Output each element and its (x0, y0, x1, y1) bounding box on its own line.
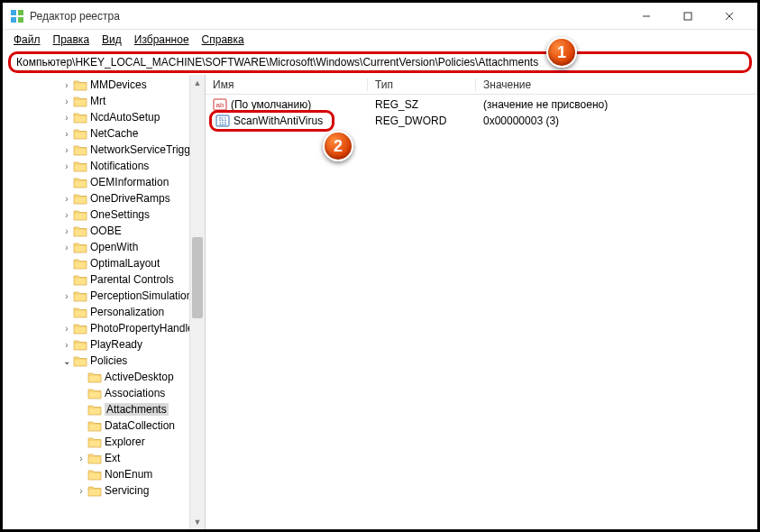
expander-icon[interactable]: › (75, 486, 87, 496)
tree-scrollbar[interactable]: ▲ ▼ (189, 75, 205, 529)
column-type[interactable]: Тип (368, 78, 476, 91)
folder-icon (73, 355, 87, 367)
tree-item-label: Mrt (90, 95, 105, 107)
svg-rect-1 (18, 10, 23, 15)
folder-icon (73, 339, 87, 351)
tree-item[interactable]: Personalization (5, 304, 205, 320)
tree-item[interactable]: OEMInformation (5, 174, 205, 190)
folder-icon (73, 128, 87, 140)
tree-item[interactable]: ›PhotoPropertyHandler (5, 320, 205, 336)
tree-item[interactable]: Attachments (5, 401, 205, 417)
tree-item[interactable]: ›OpenWith (5, 239, 205, 255)
window-title: Редактор реестра (30, 10, 120, 23)
cell-data: 0x00000003 (3) (476, 115, 757, 127)
tree-item[interactable]: ActiveDesktop (5, 369, 205, 385)
minimize-button[interactable] (626, 3, 667, 30)
menubar: Файл Правка Вид Избранное Справка (3, 30, 757, 50)
menu-help[interactable]: Справка (197, 32, 250, 47)
expander-icon[interactable]: › (60, 226, 73, 236)
folder-icon (73, 225, 87, 237)
tree-item-label: NetworkServiceTriggers (90, 143, 206, 156)
tree-item-label: Servicing (105, 484, 149, 497)
tree-item[interactable]: ›PlayReady (5, 336, 205, 353)
regedit-app-icon (10, 9, 24, 23)
tree-item-label: NcdAutoSetup (90, 111, 160, 124)
expander-icon[interactable]: › (60, 129, 73, 139)
expander-icon[interactable]: › (60, 80, 73, 90)
svg-rect-5 (684, 13, 691, 20)
close-button[interactable] (709, 3, 750, 30)
expander-icon[interactable]: › (60, 340, 73, 350)
tree-item-label: PhotoPropertyHandler (90, 322, 197, 335)
address-path: Компьютер\HKEY_LOCAL_MACHINE\SOFTWARE\Mi… (16, 56, 538, 69)
expander-icon[interactable]: › (75, 454, 87, 463)
tree-item[interactable]: ›OneSettings (5, 206, 205, 223)
folder-icon (73, 96, 87, 107)
folder-icon (73, 161, 87, 172)
tree-item-label: OneDriveRamps (90, 192, 170, 205)
tree-item[interactable]: Parental Controls (5, 271, 205, 288)
scroll-up-icon[interactable]: ▲ (190, 75, 205, 90)
scroll-down-icon[interactable]: ▼ (190, 514, 205, 529)
menu-edit[interactable]: Правка (48, 32, 96, 47)
expander-icon[interactable]: › (60, 113, 73, 123)
tree-item[interactable]: DataCollection (5, 417, 205, 434)
expander-icon[interactable]: › (60, 145, 73, 155)
svg-text:110: 110 (219, 121, 227, 126)
expander-icon[interactable]: › (60, 194, 73, 204)
tree-item-label: OptimalLayout (90, 257, 160, 270)
expander-icon[interactable]: › (60, 324, 73, 334)
tree-panel: ›MMDevices›Mrt›NcdAutoSetup›NetCache›Net… (3, 75, 206, 529)
tree-item[interactable]: ›Servicing (5, 482, 205, 499)
folder-icon (73, 274, 87, 286)
folder-icon (73, 193, 87, 205)
column-name[interactable]: Имя (206, 78, 368, 91)
tree-item[interactable]: ›Mrt (5, 93, 205, 109)
value-name: ScanWithAntiVirus (233, 115, 323, 127)
tree-item-label: Explorer (105, 436, 145, 448)
menu-favorites[interactable]: Избранное (129, 32, 195, 47)
expander-icon[interactable]: › (60, 161, 73, 171)
expander-icon[interactable]: › (60, 243, 73, 252)
address-bar[interactable]: Компьютер\HKEY_LOCAL_MACHINE\SOFTWARE\Mi… (8, 51, 752, 73)
tree-item-label: Notifications (90, 160, 149, 172)
scroll-thumb[interactable] (192, 237, 203, 318)
svg-rect-0 (11, 10, 16, 15)
list-header: Имя Тип Значение (206, 75, 757, 95)
tree-item[interactable]: ›PerceptionSimulationExtensions (5, 288, 205, 304)
tree-item[interactable]: ⌄Policies (5, 353, 205, 369)
folder-icon (87, 485, 102, 497)
tree-item[interactable]: ›NetworkServiceTriggers (5, 142, 205, 158)
list-row[interactable]: 011110ScanWithAntiVirusREG_DWORD0x000000… (206, 113, 757, 129)
tree-item[interactable]: ›OneDriveRamps (5, 190, 205, 206)
folder-icon (73, 242, 87, 253)
tree-item[interactable]: Associations (5, 385, 205, 401)
expander-icon[interactable]: › (60, 291, 73, 301)
tree-item-label: MMDevices (90, 78, 147, 91)
tree-item[interactable]: ›Ext (5, 450, 205, 466)
svg-rect-3 (18, 17, 23, 23)
tree-item[interactable]: ›NcdAutoSetup (5, 109, 205, 125)
folder-icon (73, 79, 87, 91)
expander-icon[interactable]: › (60, 96, 73, 106)
tree-item-label: OOBE (90, 225, 122, 237)
tree-item[interactable]: ›OOBE (5, 223, 205, 239)
titlebar: Редактор реестра (3, 3, 757, 30)
tree-item[interactable]: ›MMDevices (5, 77, 205, 93)
maximize-button[interactable] (667, 3, 709, 30)
folder-icon (87, 453, 102, 464)
reg-value-icon: 011110 (215, 114, 230, 128)
tree-item-label: Parental Controls (90, 273, 174, 286)
tree-item[interactable]: ›NetCache (5, 125, 205, 142)
tree-item[interactable]: NonEnum (5, 466, 205, 482)
tree-item[interactable]: ›Notifications (5, 158, 205, 174)
menu-view[interactable]: Вид (96, 32, 127, 47)
tree-item[interactable]: OptimalLayout (5, 255, 205, 271)
tree-item[interactable]: Explorer (5, 434, 205, 450)
cell-type: REG_SZ (368, 98, 476, 111)
column-data[interactable]: Значение (476, 78, 757, 91)
list-panel: Имя Тип Значение ab(По умолчанию)REG_SZ(… (206, 75, 757, 529)
expander-icon[interactable]: ⌄ (60, 356, 73, 366)
menu-file[interactable]: Файл (8, 32, 46, 47)
expander-icon[interactable]: › (60, 210, 73, 220)
